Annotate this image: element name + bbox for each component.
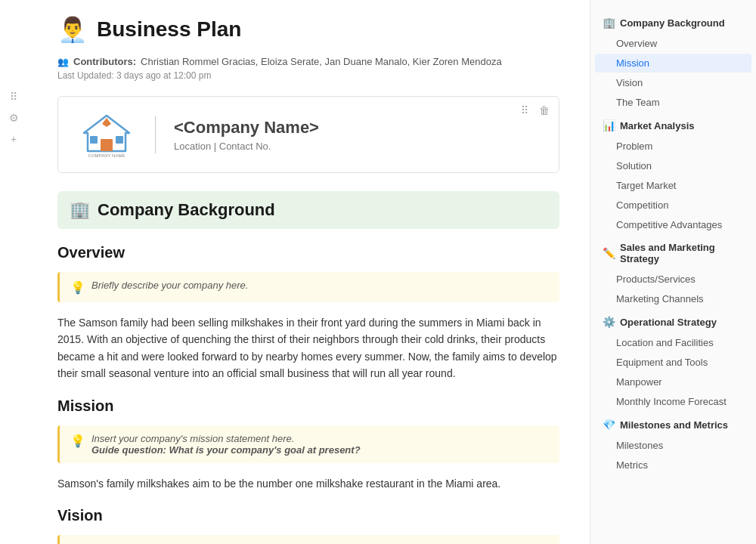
mission-hint-line1: Insert your company's mission statement … xyxy=(91,433,361,444)
sidebar-item-overview[interactable]: Overview xyxy=(595,34,751,53)
settings-icon[interactable]: ⚙ xyxy=(9,112,19,124)
vision-heading: Vision xyxy=(57,507,559,524)
sidebar-section-label-market-analysis: Market Analysis xyxy=(620,120,695,131)
overview-hint-block: 💡 Briefly describe your company here. xyxy=(57,272,559,302)
overview-heading: Overview xyxy=(57,244,559,261)
sidebar-item-products-services[interactable]: Products/Services xyxy=(595,270,751,289)
sidebar-section-company-background: 🏢Company BackgroundOverviewMissionVision… xyxy=(590,12,756,112)
sidebar-section-label-milestones-metrics: Milestones and Metrics xyxy=(620,419,728,431)
sidebar-item-problem[interactable]: Problem xyxy=(595,137,751,156)
mission-body: Samson's family milkshakes aim to be the… xyxy=(57,475,559,492)
sidebar-item-location-facilities[interactable]: Location and Facilities xyxy=(595,333,751,352)
drag-handle-icon[interactable]: ⠿ xyxy=(10,91,17,103)
sidebar-section-label-operational-strategy: Operational Strategy xyxy=(620,317,717,328)
company-logo-block: COMPANY NAME <Company Name> Location | C… xyxy=(57,96,559,173)
sidebar-item-manpower[interactable]: Manpower xyxy=(595,372,751,391)
add-block-icon[interactable]: + xyxy=(11,133,17,145)
sidebar-item-the-team[interactable]: The Team xyxy=(595,93,751,112)
svg-rect-1 xyxy=(101,139,113,151)
sidebar-section-milestones-metrics: 💎Milestones and MetricsMilestonesMetrics xyxy=(590,414,756,474)
sidebar-section-icon-market-analysis: 📊 xyxy=(603,119,615,131)
sidebar-item-equipment-tools[interactable]: Equipment and Tools xyxy=(595,353,751,372)
mission-heading: Mission xyxy=(57,397,559,415)
main-content-area: 👨‍💼 Business Plan 👥 Contributors: Christ… xyxy=(27,0,590,544)
sidebar-item-metrics[interactable]: Metrics xyxy=(595,456,751,474)
company-info: <Company Name> Location | Contact No. xyxy=(174,118,319,152)
page-emoji: 👨‍💼 xyxy=(57,15,88,44)
sidebar-section-operational-strategy: ⚙️Operational StrategyLocation and Facil… xyxy=(590,311,756,411)
sidebar-section-icon-sales-marketing: ✏️ xyxy=(603,247,615,259)
sidebar-section-label-sales-marketing: Sales and Marketing Strategy xyxy=(620,242,744,264)
sidebar-item-competitive-advantages[interactable]: Competitive Advantages xyxy=(595,215,751,234)
sidebar-section-icon-operational-strategy: ⚙️ xyxy=(603,316,615,328)
contributors-line: 👥 Contributors: Christian Rommel Gracias… xyxy=(57,56,559,67)
section-header-emoji: 🏢 xyxy=(70,200,90,220)
sidebar-item-competition[interactable]: Competition xyxy=(595,196,751,215)
sidebar-section-market-analysis: 📊Market AnalysisProblemSolutionTarget Ma… xyxy=(590,115,756,234)
company-logo: COMPANY NAME xyxy=(76,112,137,157)
svg-text:COMPANY NAME: COMPANY NAME xyxy=(88,153,125,157)
mission-hint-line2: Guide question: What is your company's g… xyxy=(91,444,361,456)
svg-marker-4 xyxy=(102,118,111,127)
right-sidebar: 🏢Company BackgroundOverviewMissionVision… xyxy=(590,0,756,544)
company-sub: Location | Contact No. xyxy=(174,141,319,152)
block-drag-btn[interactable]: ⠿ xyxy=(518,103,531,118)
vision-hint-block: 💡 Insert your company's vision statement… xyxy=(57,535,559,544)
sidebar-section-header-milestones-metrics[interactable]: 💎Milestones and Metrics xyxy=(590,414,756,435)
mission-hint-block: 💡 Insert your company's mission statemen… xyxy=(57,425,559,463)
svg-rect-3 xyxy=(116,136,123,144)
sidebar-section-header-operational-strategy[interactable]: ⚙️Operational Strategy xyxy=(590,311,756,332)
mission-hint-content: Insert your company's mission statement … xyxy=(91,433,361,456)
overview-hint-text: Briefly describe your company here. xyxy=(91,280,248,291)
company-divider xyxy=(155,116,156,153)
company-name: <Company Name> xyxy=(174,118,319,138)
sidebar-section-header-market-analysis[interactable]: 📊Market Analysis xyxy=(590,115,756,136)
contributors-label: Contributors: xyxy=(73,56,136,67)
sidebar-item-milestones[interactable]: Milestones xyxy=(595,436,751,455)
section-header-block: 🏢 Company Background xyxy=(57,191,559,229)
sidebar-item-marketing-channels[interactable]: Marketing Channels xyxy=(595,289,751,308)
svg-rect-2 xyxy=(90,136,98,144)
sidebar-section-header-sales-marketing[interactable]: ✏️Sales and Marketing Strategy xyxy=(590,237,756,269)
sidebar-item-target-market[interactable]: Target Market xyxy=(595,176,751,195)
sidebar-item-mission[interactable]: Mission xyxy=(595,54,751,73)
hint-icon: 💡 xyxy=(70,280,85,295)
last-updated: Last Updated: 3 days ago at 12:00 pm xyxy=(57,70,559,81)
sidebar-item-solution[interactable]: Solution xyxy=(595,156,751,175)
mission-hint-icon: 💡 xyxy=(70,434,85,448)
sidebar-section-header-company-background[interactable]: 🏢Company Background xyxy=(590,12,756,33)
sidebar-section-label-company-background: Company Background xyxy=(620,17,725,29)
sidebar-item-monthly-income-forecast[interactable]: Monthly Income Forecast xyxy=(595,392,751,411)
sidebar-section-icon-company-background: 🏢 xyxy=(603,17,615,29)
sidebar-item-vision[interactable]: Vision xyxy=(595,73,751,92)
contributors-names: Christian Rommel Gracias, Eloiza Serate,… xyxy=(141,56,502,67)
left-toolbar: ⠿ ⚙ + xyxy=(0,0,27,544)
block-delete-btn[interactable]: 🗑 xyxy=(536,103,553,118)
sidebar-section-sales-marketing: ✏️Sales and Marketing StrategyProducts/S… xyxy=(590,237,756,308)
sidebar-section-icon-milestones-metrics: 💎 xyxy=(603,419,615,431)
block-actions: ⠿ 🗑 xyxy=(518,103,553,118)
page-title: Business Plan xyxy=(97,17,241,42)
page-header: 👨‍💼 Business Plan xyxy=(57,15,559,44)
overview-body: The Samson family had been selling milks… xyxy=(57,314,559,382)
contributors-icon: 👥 xyxy=(57,57,69,67)
section-header-title: Company Background xyxy=(98,200,275,220)
